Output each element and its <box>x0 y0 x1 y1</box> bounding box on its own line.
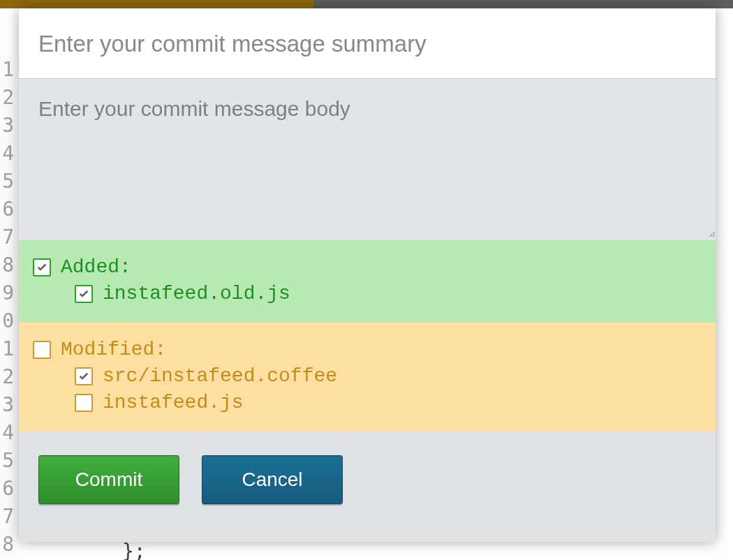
active-tab-background <box>0 0 314 8</box>
line-number-gutter: 1 2 3 4 5 6 7 8 9 0 1 2 3 4 5 6 7 8 <box>0 56 15 559</box>
checkmark-icon <box>77 288 90 300</box>
cancel-button[interactable]: Cancel <box>202 455 343 504</box>
modified-heading-label: Modified: <box>61 337 166 363</box>
modified-file-row: instafeed.js <box>33 390 702 416</box>
added-file-checkbox[interactable] <box>75 285 93 303</box>
added-group-checkbox[interactable] <box>33 258 51 277</box>
commit-summary-row <box>19 8 716 79</box>
added-heading-label: Added: <box>61 254 131 281</box>
commit-body-row <box>19 79 716 240</box>
added-file-row: instafeed.old.js <box>33 281 702 307</box>
modified-file-name[interactable]: src/instafeed.coffee <box>103 363 337 390</box>
commit-button[interactable]: Commit <box>38 455 179 504</box>
added-file-name[interactable]: instafeed.old.js <box>103 281 290 307</box>
modified-file-row: src/instafeed.coffee <box>33 363 702 390</box>
commit-summary-input[interactable] <box>19 8 716 78</box>
modified-files-section: Modified: src/instafeed.coffee instafeed… <box>19 323 716 432</box>
commit-dialog: Added: instafeed.old.js Modified: src/in… <box>19 8 716 542</box>
modified-file-name[interactable]: instafeed.js <box>103 390 244 416</box>
modified-file-checkbox[interactable] <box>75 394 93 412</box>
modified-heading-row: Modified: <box>33 337 702 363</box>
checkmark-icon <box>77 370 90 383</box>
modified-file-checkbox[interactable] <box>75 367 93 385</box>
modified-group-checkbox[interactable] <box>33 341 51 359</box>
commit-body-textarea[interactable] <box>19 79 716 237</box>
checkmark-icon <box>36 261 48 274</box>
added-heading-row: Added: <box>33 254 702 281</box>
background-code-line: }; <box>122 540 146 560</box>
added-files-section: Added: instafeed.old.js <box>19 240 716 323</box>
dialog-button-row: Commit Cancel <box>19 432 716 528</box>
